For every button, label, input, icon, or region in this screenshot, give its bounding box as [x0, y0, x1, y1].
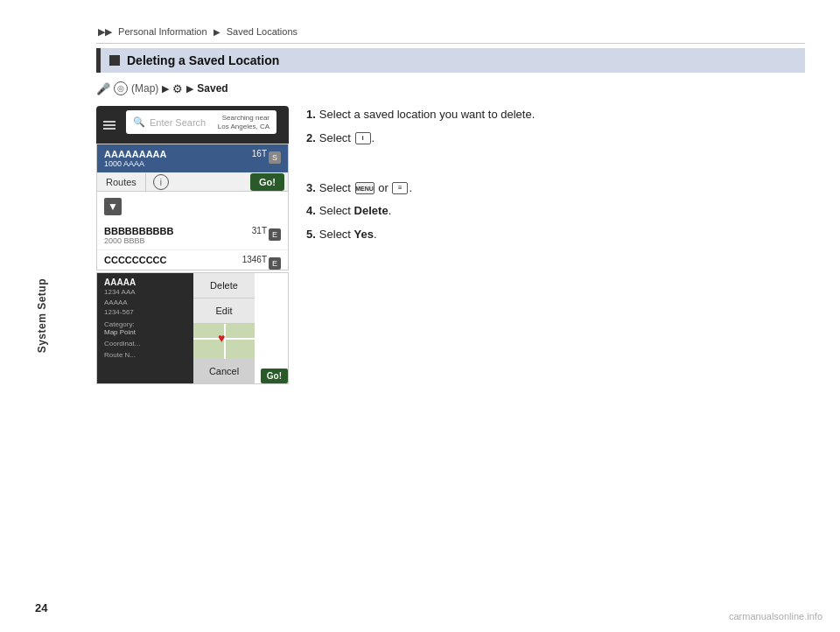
search-box-container: 🔍 Enter Search Searching near Los Angele…: [96, 106, 289, 144]
step-1: 1. Select a saved location you want to d…: [306, 106, 805, 124]
overlay-bg: AAAAA 1234 AAA AAAAA 1234-567 Category: …: [97, 273, 288, 383]
overlay-cat-label: Category:: [104, 320, 186, 328]
instructions-panel: 1. Select a saved location you want to d…: [306, 106, 805, 384]
nav-icon2: ⚙: [172, 82, 183, 95]
overlay-name: AAAAA: [104, 277, 186, 287]
overlay-menu: Delete Edit ♥ Cancel: [193, 273, 255, 383]
nav-arrow2: ▶: [186, 83, 193, 95]
step-2: 2. Select i.: [306, 130, 805, 148]
section-title: Deleting a Saved Location: [127, 53, 279, 67]
breadcrumb-part2: Saved Locations: [227, 26, 298, 37]
edit-menu-item[interactable]: Edit: [193, 298, 255, 324]
search-placeholder: Enter Search: [150, 117, 206, 128]
step4-bold: Delete: [354, 204, 388, 217]
map-mini-view: ♥: [193, 324, 255, 359]
step5-pre: Select: [319, 228, 354, 241]
step1-text: Select a saved location you want to dele…: [319, 106, 535, 124]
map-pin-icon: ♥: [218, 331, 225, 345]
delete-menu-item[interactable]: Delete: [193, 273, 255, 298]
routes-button[interactable]: Routes: [97, 173, 146, 191]
step3-list-icon: ≡: [392, 182, 408, 194]
overlay-addr2: AAAAA: [104, 298, 186, 307]
spacer: [306, 153, 805, 179]
routes-bar: Routes i Go!: [97, 173, 288, 192]
breadcrumb-triangles: ▶▶: [98, 26, 112, 37]
section-icon: [109, 55, 120, 66]
step3-pre: Select: [319, 181, 354, 194]
watermark: carmanualsonline.info: [729, 611, 822, 621]
list-item[interactable]: BBBBBBBBBB 2000 BBBB 31T E: [97, 221, 288, 250]
scroll-down-area: ▼: [97, 192, 288, 221]
search-icon: 🔍: [133, 116, 145, 128]
main-content: Deleting a Saved Location 🎤 ◎ (Map) ▶ ⚙ …: [96, 48, 805, 384]
nav-map-label: (Map): [131, 82, 158, 95]
step4-pre: Select: [319, 204, 354, 217]
overlay-panel: AAAAA 1234 AAA AAAAA 1234-567 Category: …: [96, 272, 289, 384]
overlay-go-button[interactable]: Go!: [261, 369, 288, 383]
nav-saved-label: Saved: [197, 82, 228, 95]
overlay-cat-value: Map Point: [104, 328, 186, 336]
nav-arrow1: ▶: [162, 83, 169, 95]
step2-info-icon: i: [355, 132, 371, 144]
step2-pre: Select: [319, 131, 354, 144]
breadcrumb: ▶▶ Personal Information ▶ Saved Location…: [96, 26, 805, 44]
section-header: Deleting a Saved Location: [96, 48, 805, 73]
list-item[interactable]: AAAAAAAAA 1000 AAAA 16T S: [97, 144, 288, 173]
breadcrumb-arrow1: ▶: [214, 27, 220, 37]
cancel-menu-item[interactable]: Cancel: [193, 359, 255, 383]
step-4: 4. Select Delete.: [306, 202, 805, 221]
sidebar-label: System Setup: [36, 278, 48, 353]
step-3: 3. Select MENU or ≡.: [306, 179, 805, 198]
page-number: 24: [35, 601, 47, 614]
step5-bold: Yes: [354, 228, 374, 241]
nav-map-icon: ◎: [114, 81, 128, 95]
nav-path: 🎤 ◎ (Map) ▶ ⚙ ▶ Saved: [96, 81, 805, 95]
info-icon[interactable]: i: [153, 174, 169, 190]
hamburger-icon[interactable]: [103, 121, 116, 130]
search-bar[interactable]: 🔍 Enter Search Searching near Los Angele…: [126, 110, 276, 134]
nav-panel: 🔍 Enter Search Searching near Los Angele…: [96, 106, 289, 384]
step3-menu-icon: MENU: [355, 182, 374, 194]
overlay-addr1: 1234 AAA: [104, 288, 186, 297]
searching-near: Searching near Los Angeles, CA: [218, 114, 270, 130]
overlay-coord-label: Coordinat...: [104, 340, 186, 348]
nav-mic-icon: 🎤: [96, 82, 110, 95]
overlay-left: AAAAA 1234 AAA AAAAA 1234-567 Category: …: [97, 273, 193, 383]
menu-bar: 🔍 Enter Search Searching near Los Angele…: [96, 106, 289, 144]
go-button[interactable]: Go!: [250, 173, 284, 191]
location-list: AAAAAAAAA 1000 AAAA 16T S Routes i Go! ▼: [96, 144, 289, 270]
list-item[interactable]: CCCCCCCCC 1346T E: [97, 250, 288, 270]
search-bar-left: 🔍 Enter Search: [133, 116, 206, 128]
overlay-route-label: Route N...: [104, 351, 186, 359]
overlay-addr3: 1234-567: [104, 308, 186, 317]
two-col-layout: 🔍 Enter Search Searching near Los Angele…: [96, 106, 805, 384]
breadcrumb-part1: Personal Information: [118, 26, 207, 37]
sidebar: System Setup: [0, 0, 83, 632]
step-5: 5. Select Yes.: [306, 226, 805, 244]
step3-mid: or: [378, 181, 391, 194]
scroll-down-icon[interactable]: ▼: [104, 198, 122, 215]
